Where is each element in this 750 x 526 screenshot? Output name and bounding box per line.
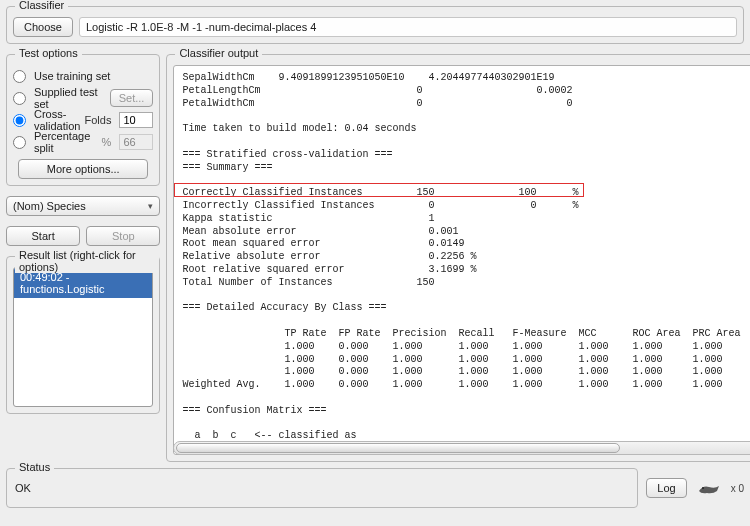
supplied-test-set-radio[interactable] — [13, 92, 26, 105]
folds-label: Folds — [84, 114, 111, 126]
choose-classifier-button[interactable]: Choose — [13, 17, 73, 37]
classifier-command-line[interactable]: Logistic -R 1.0E-8 -M -1 -num-decimal-pl… — [79, 17, 737, 37]
use-training-set-label: Use training set — [34, 70, 110, 82]
supplied-test-set-button[interactable]: Set... — [110, 89, 154, 107]
test-options-title: Test options — [15, 47, 82, 59]
supplied-test-set-label: Supplied test set — [34, 86, 106, 110]
more-options-button[interactable]: More options... — [18, 159, 148, 179]
weka-bird-icon — [695, 479, 723, 497]
cross-validation-label: Cross-validation — [34, 108, 80, 132]
percentage-split-radio[interactable] — [13, 136, 26, 149]
percentage-symbol: % — [102, 136, 112, 148]
output-h-scrollbar[interactable] — [173, 441, 750, 455]
percentage-input — [119, 134, 153, 150]
classifier-output-text[interactable]: SepalWidthCm 9.4091899123951050E10 4.204… — [173, 65, 750, 455]
svg-point-0 — [702, 487, 704, 489]
classifier-output-title: Classifier output — [175, 47, 262, 59]
classifier-panel-title: Classifier — [15, 0, 68, 11]
result-list-title: Result list (right-click for options) — [15, 249, 159, 273]
class-attribute-select[interactable]: (Nom) Species ▾ — [6, 196, 160, 216]
chevron-down-icon: ▾ — [148, 201, 153, 211]
start-button[interactable]: Start — [6, 226, 80, 246]
status-title: Status — [15, 461, 54, 473]
class-attribute-value: (Nom) Species — [13, 200, 86, 212]
cross-validation-radio[interactable] — [13, 114, 26, 127]
folds-input[interactable] — [119, 112, 153, 128]
stop-button[interactable]: Stop — [86, 226, 160, 246]
bird-count: x 0 — [731, 483, 744, 494]
percentage-split-label: Percentage split — [34, 130, 98, 154]
use-training-set-radio[interactable] — [13, 70, 26, 83]
status-text: OK — [15, 482, 31, 494]
log-button[interactable]: Log — [646, 478, 686, 498]
output-h-scrollbar-thumb[interactable] — [176, 443, 620, 453]
result-list[interactable]: 00:49:02 - functions.Logistic — [13, 267, 153, 407]
